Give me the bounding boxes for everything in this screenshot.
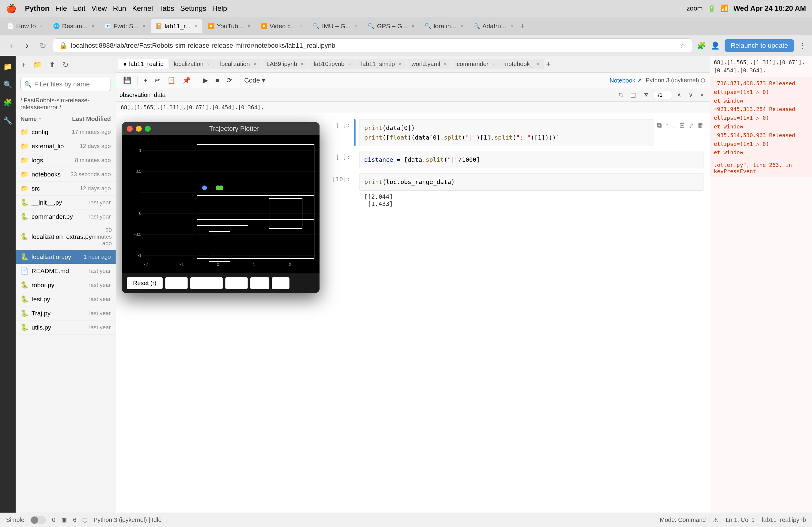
window-close-button[interactable]: [127, 126, 133, 132]
browser-tab-adafruit[interactable]: 🔍 Adafru... ×: [468, 19, 518, 33]
jupyter-tab-lab11sim[interactable]: lab11_sim.ip ×: [357, 59, 406, 69]
close-tab-icon[interactable]: ×: [537, 61, 539, 67]
obs-prev-icon[interactable]: ∧: [675, 91, 684, 99]
close-tab-icon[interactable]: ×: [301, 61, 304, 67]
menu-run[interactable]: Run: [113, 4, 126, 13]
cell-code-1[interactable]: print(data[0]) print([float((data[0].spl…: [359, 119, 653, 146]
stop-button[interactable]: ■: [213, 75, 222, 86]
obs-next-icon[interactable]: ∨: [686, 91, 695, 99]
browser-tab-resume[interactable]: 🌐 Resum... ×: [48, 19, 99, 33]
jupyter-tab-lab10[interactable]: lab10.ipynb ×: [309, 59, 356, 69]
add-notebook-tab[interactable]: +: [546, 59, 551, 69]
split-cell-btn[interactable]: ⤤: [688, 122, 694, 129]
close-tab-icon[interactable]: ×: [398, 61, 401, 67]
file-item[interactable]: 🐍 utils.py last year: [16, 320, 116, 335]
tab-close-howto[interactable]: ×: [40, 24, 43, 29]
cell-code-3[interactable]: print(loc.obs_range_data): [359, 173, 704, 191]
modified-column-header[interactable]: Last Modified: [57, 116, 111, 122]
plot-btn-5[interactable]: [250, 277, 270, 289]
notebook-link[interactable]: Notebook ↗: [610, 77, 642, 84]
files-icon[interactable]: 📁: [2, 61, 14, 73]
file-item[interactable]: 🐍 commander.py last year: [16, 210, 116, 224]
file-item[interactable]: 📄 README.md last year: [16, 264, 116, 278]
new-tab-button[interactable]: +: [520, 21, 525, 31]
file-item[interactable]: 📁 external_lib 12 days ago: [16, 139, 116, 153]
reset-button[interactable]: Reset (r): [127, 277, 163, 289]
run-button[interactable]: ▶: [201, 75, 211, 86]
plot-btn-2[interactable]: [165, 277, 188, 289]
plot-btn-3[interactable]: [190, 277, 223, 289]
window-maximize-button[interactable]: [145, 126, 151, 132]
close-tab-icon[interactable]: ×: [253, 61, 256, 67]
forward-button[interactable]: ›: [21, 41, 32, 50]
obs-copy-icon[interactable]: ⧉: [617, 91, 625, 99]
search-input[interactable]: [34, 80, 117, 88]
upload-button[interactable]: ⬆: [48, 59, 56, 70]
close-tab-icon[interactable]: ×: [492, 61, 495, 67]
browser-tab-imu[interactable]: 🔍 IMU – G... ×: [308, 19, 362, 33]
file-item[interactable]: 🐍 __init__.py last year: [16, 196, 116, 210]
obs-format-icon[interactable]: ◫: [628, 91, 638, 99]
copy-cells-btn[interactable]: ⧉: [657, 122, 662, 129]
close-tab-icon[interactable]: ×: [348, 61, 351, 67]
obs-search-input[interactable]: [654, 91, 672, 99]
extensions-sidebar-icon[interactable]: 🧩: [2, 96, 14, 109]
file-item-localization[interactable]: 🐍 localization.py 1 hour ago: [16, 250, 116, 264]
url-bar[interactable]: 🔒 localhost:8888/lab/tree/FastRobots-sim…: [53, 39, 692, 53]
tab-close-lora[interactable]: ×: [460, 24, 463, 29]
apple-menu[interactable]: 🍎: [6, 4, 16, 14]
cell-code-2[interactable]: distance = [data.split("|"/1000]: [359, 151, 704, 168]
code-type-selector[interactable]: Code ▾: [242, 75, 267, 86]
menu-tabs[interactable]: Tabs: [159, 4, 174, 13]
tab-close-fwd[interactable]: ×: [143, 24, 145, 29]
browser-tab-gps[interactable]: 🔍 GPS – G... ×: [363, 19, 419, 33]
url-text[interactable]: localhost:8888/lab/tree/FastRobots-sim-r…: [71, 42, 676, 49]
plot-btn-4[interactable]: [225, 277, 248, 289]
obs-filter-icon[interactable]: ⛛: [641, 91, 652, 99]
close-tab-icon[interactable]: ×: [207, 61, 210, 67]
add-cell-button[interactable]: +: [141, 75, 150, 86]
relaunch-update-button[interactable]: Relaunch to update: [725, 39, 794, 52]
bookmark-icon[interactable]: ☆: [680, 42, 686, 49]
puzzle-icon[interactable]: 🔧: [2, 115, 14, 127]
add-below-btn[interactable]: ⊞: [679, 122, 685, 129]
delete-cell-btn[interactable]: 🗑: [697, 122, 704, 129]
tab-close-imu[interactable]: ×: [355, 24, 358, 29]
new-file-button[interactable]: +: [20, 59, 27, 70]
tab-close-resume[interactable]: ×: [91, 24, 94, 29]
menu-help[interactable]: Help: [212, 4, 227, 13]
file-item-notebooks[interactable]: 📁 notebooks 33 seconds ago: [16, 167, 116, 182]
browser-tab-fwd[interactable]: 📧 Fwd: S... ×: [100, 19, 150, 33]
obs-close-icon[interactable]: ×: [698, 91, 706, 99]
file-search-box[interactable]: 🔍: [20, 78, 111, 91]
cell-area[interactable]: Trajectory Plotter: [116, 113, 710, 527]
move-down-btn[interactable]: ↓: [672, 122, 676, 129]
menu-edit[interactable]: Edit: [73, 4, 85, 13]
simple-toggle[interactable]: [30, 516, 46, 524]
restart-button[interactable]: ⟳: [224, 75, 234, 86]
jupyter-tab-loc2[interactable]: localization ×: [215, 59, 261, 69]
tab-close-adafruit[interactable]: ×: [510, 24, 513, 29]
menu-settings[interactable]: Settings: [180, 4, 206, 13]
browser-tab-howto[interactable]: 📄 How to ×: [2, 19, 48, 33]
menu-kernel[interactable]: Kernel: [132, 4, 153, 13]
reload-button[interactable]: ↻: [37, 41, 48, 51]
browser-tab-lora[interactable]: 🔍 lora in... ×: [420, 19, 468, 33]
paste-cell-button[interactable]: 📌: [180, 75, 193, 86]
menu-view[interactable]: View: [91, 4, 107, 13]
jupyter-tab-notebook[interactable]: notebook_ ×: [500, 59, 545, 69]
copy-cell-button[interactable]: 📋: [165, 75, 178, 86]
jupyter-tab-commander[interactable]: commander ×: [452, 59, 500, 69]
file-item[interactable]: 📁 config 17 minutes ago: [16, 125, 116, 139]
window-minimize-button[interactable]: [136, 126, 142, 132]
close-tab-icon[interactable]: ×: [444, 61, 447, 67]
browser-tab-lab11[interactable]: 📔 lab11_r... ×: [151, 19, 202, 33]
tab-close-youtube[interactable]: ×: [247, 24, 250, 29]
jupyter-tab-lab11real[interactable]: ● lab11_real.ip: [118, 59, 169, 69]
tab-close-lab11[interactable]: ×: [195, 24, 198, 29]
search-sidebar-icon[interactable]: 🔍: [2, 79, 14, 91]
tab-close-video[interactable]: ×: [300, 24, 303, 29]
cut-cell-button[interactable]: ✂: [152, 75, 162, 86]
back-button[interactable]: ‹: [6, 41, 17, 50]
jupyter-tab-lab9[interactable]: LAB9.ipynb ×: [262, 59, 308, 69]
